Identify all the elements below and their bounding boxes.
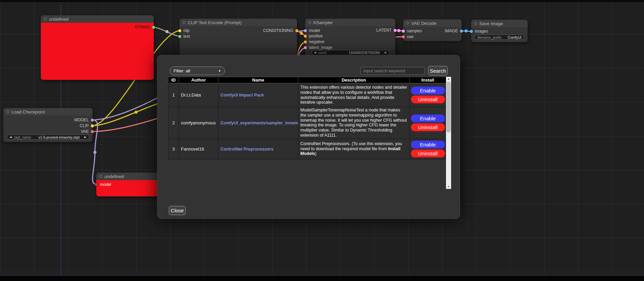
seed-decrement-icon[interactable]: ◀ <box>314 51 316 54</box>
input-slot-images[interactable]: images <box>470 29 488 34</box>
output-slot-vae[interactable]: VAE <box>81 129 94 134</box>
wire-dot <box>166 30 169 33</box>
input-dot-text[interactable] <box>178 35 181 38</box>
node-title-bar[interactable]: CLIP Text Encode (Prompt) <box>180 19 297 26</box>
output-slot-model[interactable]: MODEL <box>74 118 94 122</box>
extension-link[interactable]: ComfyUI_experiments/sampler_tonemap <box>220 121 298 125</box>
search-input[interactable] <box>360 67 425 75</box>
node-title-bar[interactable]: KSampler <box>305 19 395 26</box>
node-title-bar[interactable]: VAE Decode <box>403 19 462 27</box>
ckpt-name-label: ckpt_name <box>14 135 31 139</box>
wire-dot <box>300 32 303 35</box>
node-undefined-string[interactable]: undefined STRING <box>41 15 154 80</box>
collapse-toggle-icon[interactable] <box>308 21 311 24</box>
input-slot-samples[interactable]: samples <box>402 29 422 33</box>
seed-widget[interactable]: ◀ seed 156680208700286 ▶ <box>311 50 390 55</box>
output-slot-image[interactable]: IMAGE <box>445 29 463 33</box>
collapse-toggle-icon[interactable] <box>6 110 9 113</box>
description-text: This extension offers various detector n… <box>300 85 407 105</box>
input-slot-positive[interactable]: positive <box>304 34 323 38</box>
node-load-checkpoint[interactable]: Load Checkpoint MODEL CLIP VAE ◀ ckpt_na… <box>3 108 93 142</box>
slot-label: IMAGE <box>445 29 458 33</box>
extension-link[interactable]: ComfyUI Impact Pack <box>220 93 264 98</box>
cell-name: ComfyUI Impact Pack <box>218 83 298 107</box>
output-slot-latent[interactable]: LATENT <box>376 28 397 33</box>
table-header-row: ID Author Name Description Install <box>168 77 446 83</box>
table-scrollbar[interactable]: ▲ ▼ <box>446 77 451 189</box>
node-title-bar[interactable]: Load Checkpoint <box>3 108 93 116</box>
node-title-bar[interactable]: Save Image <box>471 20 528 27</box>
ckpt-decrement-icon[interactable]: ◀ <box>10 136 12 139</box>
collapse-toggle-icon[interactable] <box>474 22 477 25</box>
input-dot-latent-image[interactable] <box>304 46 307 49</box>
node-title: undefined <box>104 174 124 179</box>
scroll-down-icon[interactable]: ▼ <box>446 185 451 189</box>
filter-select-value: Filter: all <box>174 68 190 73</box>
input-slot-vae[interactable]: vae <box>402 34 413 39</box>
input-slot-text[interactable]: text <box>178 34 190 39</box>
input-slot-latent-image[interactable]: latent_image <box>304 45 332 50</box>
cell-author: Dr.Lt.Data <box>179 83 218 107</box>
close-button[interactable]: Close <box>169 206 186 215</box>
input-slot-negative[interactable]: negative <box>304 39 324 44</box>
input-dot-positive[interactable] <box>304 35 307 38</box>
output-dot-latent[interactable] <box>394 29 397 32</box>
ckpt-name-widget[interactable]: ◀ ckpt_name v1-5-pruned-emaonly.ckpt ▶ <box>7 135 89 140</box>
filter-select[interactable]: Filter: all ▼ <box>170 67 225 75</box>
scrollbar-thumb[interactable] <box>446 82 451 133</box>
cell-install: Enable Uninstall <box>410 107 446 139</box>
slot-label: MODEL <box>74 118 89 122</box>
seed-increment-icon[interactable]: ▶ <box>385 51 387 54</box>
slot-label: LATENT <box>376 28 392 33</box>
table-row: 3 Fannovel16 ControlNet Preprocessors Co… <box>168 139 446 159</box>
ckpt-increment-icon[interactable]: ▶ <box>84 136 86 139</box>
wire-dot <box>397 29 400 32</box>
input-dot-samples[interactable] <box>402 30 405 33</box>
extension-link[interactable]: ControlNet Preprocessors <box>220 147 274 152</box>
output-dot-model[interactable] <box>91 119 94 122</box>
search-button[interactable]: Search <box>428 66 448 75</box>
filename-prefix-label: filename_prefix <box>477 35 501 39</box>
input-slot-model[interactable]: model <box>304 28 320 33</box>
input-dot-negative[interactable] <box>304 40 307 43</box>
enable-button[interactable]: Enable <box>411 141 445 148</box>
output-dot-clip[interactable] <box>91 124 94 127</box>
enable-button[interactable]: Enable <box>411 115 445 122</box>
canvas-bottom-edge <box>0 276 644 281</box>
collapse-toggle-icon[interactable] <box>406 22 409 24</box>
output-dot-conditioning[interactable] <box>295 29 298 32</box>
output-dot-string[interactable] <box>152 26 155 29</box>
input-dot-clip[interactable] <box>178 29 181 32</box>
output-slot-string[interactable]: STRING <box>135 25 155 30</box>
node-title-bar[interactable]: undefined <box>96 173 164 180</box>
uninstall-button[interactable]: Uninstall <box>411 123 445 131</box>
output-dot-image[interactable] <box>460 30 463 33</box>
extensions-table: ID Author Name Description Install 1 Dr.… <box>168 77 446 159</box>
input-dot-model[interactable] <box>304 29 307 32</box>
input-dot-vae[interactable] <box>402 35 405 38</box>
cell-description: This extension offers various detector n… <box>298 83 410 107</box>
node-save-image[interactable]: Save Image images filename_prefix ComfyU… <box>471 20 528 42</box>
node-undefined-model[interactable]: undefined model <box>96 173 164 196</box>
slot-label: CONDITIONING <box>263 28 293 33</box>
collapse-toggle-icon[interactable] <box>183 21 185 24</box>
uninstall-button[interactable]: Uninstall <box>411 95 445 103</box>
collapse-toggle-icon[interactable] <box>44 18 47 20</box>
input-slot-model[interactable]: model <box>95 182 111 187</box>
node-title-bar[interactable]: undefined <box>41 15 154 23</box>
node-vae-decode[interactable]: VAE Decode samples vae IMAGE <box>403 19 462 41</box>
uninstall-button[interactable]: Uninstall <box>411 150 445 157</box>
input-dot-model[interactable] <box>95 183 98 186</box>
output-slot-clip[interactable]: CLIP <box>80 123 94 128</box>
filename-prefix-widget[interactable]: filename_prefix ComfyUI <box>475 35 524 40</box>
output-slot-conditioning[interactable]: CONDITIONING <box>263 28 298 33</box>
slot-label: model <box>309 28 320 33</box>
enable-button[interactable]: Enable <box>411 87 445 94</box>
cell-id: 2 <box>168 107 179 139</box>
collapse-toggle-icon[interactable] <box>99 175 102 178</box>
input-dot-images[interactable] <box>470 30 473 33</box>
node-body-missing <box>41 23 154 80</box>
scroll-up-icon[interactable]: ▲ <box>446 77 451 81</box>
input-slot-clip[interactable]: clip <box>178 28 189 33</box>
output-dot-vae[interactable] <box>91 130 94 133</box>
